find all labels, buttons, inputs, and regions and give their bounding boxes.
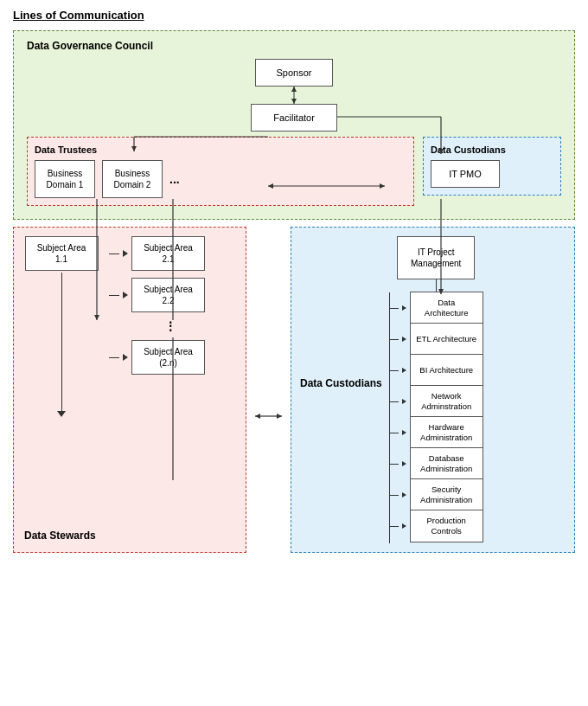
custodians-right-label: Data Custodians — [300, 377, 382, 389]
page-title: Lines of Communication — [13, 9, 575, 22]
trustees-ellipsis: ... — [169, 172, 180, 186]
subject2n-box: Subject Area (2.n) — [131, 340, 205, 375]
subject11-box: Subject Area 1.1 — [25, 236, 99, 271]
custodians-top-section: Data Custodians IT PMO — [423, 137, 561, 196]
sub-box-6: Security Administration — [410, 478, 483, 511]
sub-box-0: Data Architecture — [410, 292, 483, 324]
svg-marker-4 — [277, 414, 282, 419]
governance-council-label: Data Governance Council — [27, 40, 561, 52]
svg-marker-2 — [291, 99, 297, 104]
sub-box-2: BI Architecture — [410, 354, 483, 387]
sub-box-5: Database Administration — [410, 447, 483, 480]
governance-council-section: Data Governance Council Sponsor Facilita… — [13, 30, 575, 220]
trustees-label: Data Trustees — [35, 144, 406, 155]
custodians-right-section: Data Custodians IT Project Management — [291, 227, 575, 553]
facilitator-box: Facilitator — [251, 104, 337, 132]
stewards-ellipsis: ⋮ — [135, 319, 205, 333]
domain-row: Business Domain 1 Business Domain 2 ... — [35, 160, 406, 198]
svg-marker-1 — [291, 87, 297, 92]
stewards-section: Subject Area 1.1 Subject Area 2.1 — [13, 227, 246, 553]
custodians-top-label: Data Custodians — [431, 144, 553, 155]
subject21-box: Subject Area 2.1 — [131, 236, 205, 271]
itpmo-box: IT PMO — [431, 160, 500, 188]
it-pm-box: IT Project Management — [397, 236, 475, 279]
subject22-box: Subject Area 2.2 — [131, 278, 205, 312]
sub-box-1: ETL Architecture — [410, 323, 483, 356]
domain2-box: Business Domain 2 — [102, 160, 163, 198]
sub-box-7: Production Controls — [410, 510, 483, 542]
domain1-box: Business Domain 1 — [35, 160, 95, 198]
sponsor-box: Sponsor — [255, 59, 333, 87]
trustees-section: Data Trustees Business Domain 1 Business… — [27, 137, 414, 206]
sub-box-3: Network Adminstration — [410, 385, 483, 418]
stewards-label: Data Stewards — [24, 530, 96, 542]
sub-box-4: Hardware Administration — [410, 416, 483, 449]
svg-marker-5 — [255, 414, 260, 419]
lower-section: Subject Area 1.1 Subject Area 2.1 — [13, 227, 575, 553]
